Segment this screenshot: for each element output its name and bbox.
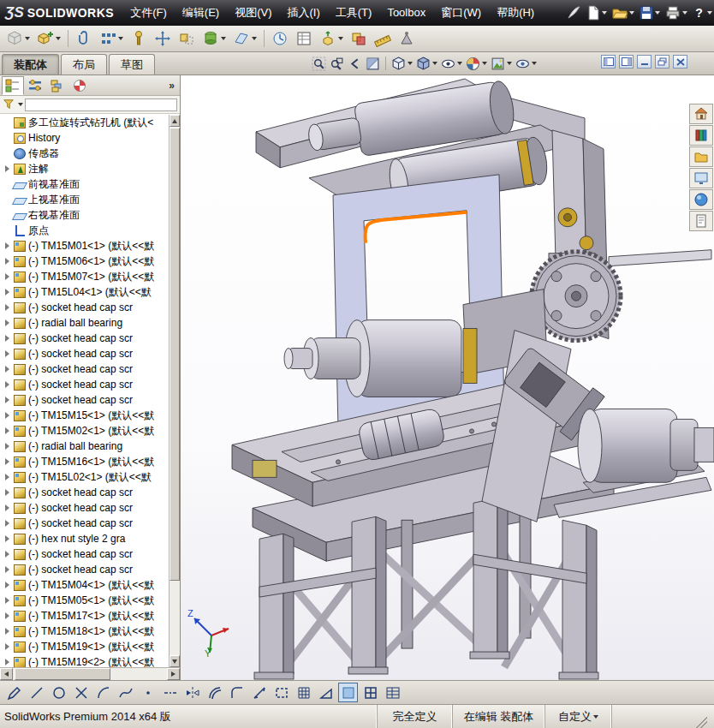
resize-grip[interactable]: [695, 716, 707, 728]
tree-item[interactable]: 传感器: [0, 146, 169, 161]
display-style-icon[interactable]: [415, 55, 438, 72]
expand-arrow[interactable]: [3, 258, 11, 266]
line-icon[interactable]: [27, 683, 46, 702]
zoom-fit-icon[interactable]: [311, 55, 327, 72]
tree-item[interactable]: (-) socket head cap scr: [0, 500, 169, 516]
expand-arrow[interactable]: [3, 458, 11, 466]
tree-item[interactable]: (-) TM15M05<1> (默认<<默: [0, 593, 169, 608]
expand-arrow[interactable]: [3, 643, 11, 651]
trim-entities-icon[interactable]: [71, 683, 91, 702]
tree-item[interactable]: (-) socket head cap scr: [0, 546, 169, 562]
configurationmanager-tab[interactable]: [46, 76, 68, 95]
smart-dimension-icon[interactable]: [249, 683, 269, 702]
expand-arrow[interactable]: [3, 350, 11, 358]
offset-entities-icon[interactable]: [205, 683, 224, 702]
tree-item[interactable]: 多工位旋转式钻孔机 (默认<: [0, 115, 169, 130]
expand-arrow[interactable]: [3, 535, 11, 543]
linear-component-pattern-icon[interactable]: [97, 27, 126, 50]
tree-item[interactable]: (-) socket head cap scr: [0, 300, 169, 315]
tree-item[interactable]: (-) TM15M16<1> (默认<<默: [0, 454, 169, 469]
expand-arrow[interactable]: [3, 397, 11, 404]
menu-item[interactable]: 编辑(E): [175, 3, 227, 22]
scroll-down-button[interactable]: [170, 655, 180, 667]
expand-arrow[interactable]: [3, 597, 11, 605]
expand-arrow[interactable]: [3, 412, 11, 420]
dropdown-caret[interactable]: [118, 37, 123, 40]
expand-arrow[interactable]: [3, 304, 11, 312]
insert-components-icon[interactable]: [34, 27, 63, 50]
expand-arrow[interactable]: [3, 474, 11, 481]
smart-fasteners-icon[interactable]: [128, 27, 150, 50]
tree-item[interactable]: 上视基准面: [0, 192, 169, 207]
fillet-icon[interactable]: [227, 683, 247, 702]
tree-item[interactable]: (-) TM15M04<1> (默认<<默: [0, 577, 169, 593]
tree-item[interactable]: (-) socket head cap scr: [0, 562, 169, 577]
save-icon[interactable]: [638, 3, 662, 22]
expand-arrow[interactable]: [3, 335, 11, 343]
menu-item[interactable]: 工具(T): [328, 3, 380, 22]
tree-horizontal-scrollbar[interactable]: [0, 667, 180, 680]
tree-item[interactable]: (-) TM15M19<2> (默认<<默: [0, 654, 169, 667]
panel-overflow-chevron[interactable]: »: [169, 80, 180, 92]
pin-quill-icon[interactable]: [564, 3, 583, 22]
expand-arrow[interactable]: [3, 273, 11, 281]
scroll-left-button[interactable]: [0, 668, 13, 680]
centerline-icon[interactable]: [160, 683, 180, 702]
edit-component-icon[interactable]: [3, 27, 33, 50]
menu-item[interactable]: 窗口(W): [433, 3, 489, 22]
command-tab[interactable]: 草图: [109, 54, 155, 75]
show-hidden-components-icon[interactable]: [176, 27, 198, 50]
dropdown-caret[interactable]: [602, 11, 607, 15]
tree-item[interactable]: (-) TM15M06<1> (默认<<默: [0, 254, 169, 269]
tree-item[interactable]: (-) socket head cap scr: [0, 377, 169, 392]
circle-icon[interactable]: [49, 683, 68, 702]
restore-doc-icon[interactable]: [655, 55, 669, 69]
dropdown-caret[interactable]: [457, 62, 462, 65]
dropdown-caret[interactable]: [593, 715, 598, 719]
help-icon[interactable]: ?: [691, 3, 714, 22]
dropdown-caret[interactable]: [629, 11, 634, 15]
zoom-area-icon[interactable]: [329, 55, 345, 72]
expand-arrow[interactable]: [3, 659, 11, 666]
displaymanager-tab[interactable]: [68, 76, 91, 95]
appearances-icon[interactable]: [689, 189, 713, 210]
expand-arrow[interactable]: [3, 381, 11, 389]
angle-icon[interactable]: [316, 683, 336, 702]
bill-of-materials-icon[interactable]: [293, 27, 315, 50]
dropdown-caret[interactable]: [707, 11, 712, 15]
mass-properties-icon[interactable]: [396, 27, 418, 50]
grid-system-icon[interactable]: [360, 683, 380, 702]
tree-item[interactable]: (-) socket head cap scr: [0, 485, 169, 500]
scroll-up-button[interactable]: [170, 115, 180, 127]
exploded-view-icon[interactable]: [317, 27, 346, 50]
customize-button[interactable]: 自定义: [544, 705, 611, 728]
tree-item[interactable]: (-) socket head cap scr: [0, 516, 169, 531]
tables-icon[interactable]: [383, 683, 402, 702]
expand-arrow[interactable]: [3, 520, 11, 528]
arc-icon[interactable]: [93, 683, 113, 702]
mirror-entities-icon[interactable]: [182, 683, 202, 702]
custom-properties-icon[interactable]: [689, 211, 713, 231]
assembly-features-icon[interactable]: [199, 27, 229, 50]
expand-arrow[interactable]: [3, 366, 11, 373]
expand-arrow[interactable]: [3, 582, 11, 589]
tree-item[interactable]: (-) TM15M15<1> (默认<<默: [0, 408, 169, 423]
dropdown-caret[interactable]: [408, 62, 413, 65]
vertical-scroll-thumb[interactable]: [170, 128, 180, 581]
tree-item[interactable]: (-) radial ball bearing: [0, 315, 169, 331]
menu-item[interactable]: Toolbox: [379, 3, 433, 22]
tree-item[interactable]: (-) TM15M18<1> (默认<<默: [0, 624, 169, 639]
expand-arrow[interactable]: [3, 443, 11, 451]
tree-item[interactable]: 注解: [0, 161, 169, 176]
expand-arrow[interactable]: [3, 165, 11, 173]
file-explorer-icon[interactable]: [689, 146, 713, 167]
dropdown-caret[interactable]: [655, 11, 660, 15]
point-icon[interactable]: [138, 683, 158, 702]
motion-study-icon[interactable]: [269, 27, 291, 50]
menu-item[interactable]: 帮助(H): [489, 3, 542, 22]
command-tab[interactable]: 布局: [61, 54, 107, 75]
expand-arrow[interactable]: [3, 242, 11, 250]
expand-arrow[interactable]: [3, 319, 11, 327]
tree-vertical-scrollbar[interactable]: [169, 115, 180, 667]
dropdown-caret[interactable]: [25, 37, 30, 40]
